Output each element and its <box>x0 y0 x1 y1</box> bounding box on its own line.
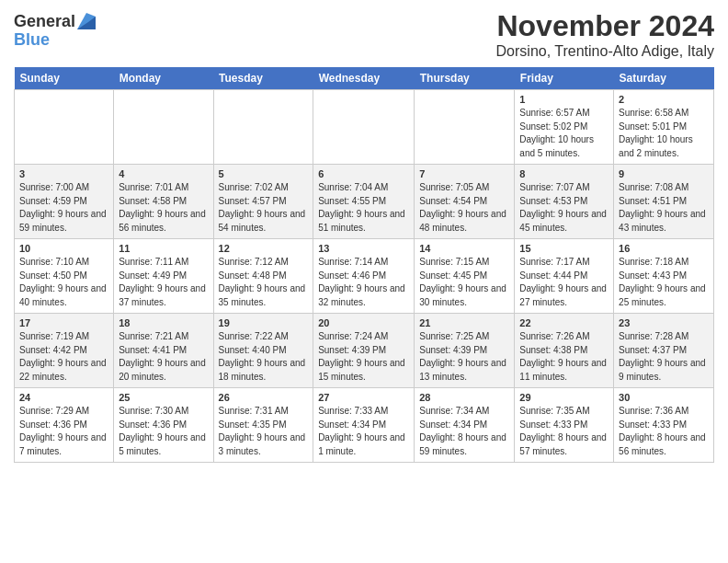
day-info: Sunrise: 7:25 AM Sunset: 4:39 PM Dayligh… <box>419 330 509 384</box>
day-info: Sunrise: 7:14 AM Sunset: 4:46 PM Dayligh… <box>318 256 409 309</box>
header-row: SundayMondayTuesdayWednesdayThursdayFrid… <box>15 67 714 90</box>
day-info: Sunrise: 7:04 AM Sunset: 4:55 PM Dayligh… <box>318 181 409 235</box>
day-number: 18 <box>119 317 208 328</box>
week-row-0: 1Sunrise: 6:57 AM Sunset: 5:02 PM Daylig… <box>15 90 714 165</box>
day-number: 23 <box>619 317 709 328</box>
day-cell <box>313 90 415 165</box>
day-cell: 2Sunrise: 6:58 AM Sunset: 5:01 PM Daylig… <box>614 90 714 165</box>
day-cell: 26Sunrise: 7:31 AM Sunset: 4:35 PM Dayli… <box>213 388 313 463</box>
location: Dorsino, Trentino-Alto Adige, Italy <box>496 43 714 60</box>
day-info: Sunrise: 7:28 AM Sunset: 4:37 PM Dayligh… <box>619 330 709 384</box>
day-cell <box>213 90 313 165</box>
calendar-table: SundayMondayTuesdayWednesdayThursdayFrid… <box>14 67 714 463</box>
day-cell: 14Sunrise: 7:15 AM Sunset: 4:45 PM Dayli… <box>415 239 515 314</box>
week-row-3: 17Sunrise: 7:19 AM Sunset: 4:42 PM Dayli… <box>15 314 714 388</box>
title-block: November 2024 Dorsino, Trentino-Alto Adi… <box>496 9 714 60</box>
day-number: 3 <box>19 168 108 179</box>
day-cell: 21Sunrise: 7:25 AM Sunset: 4:39 PM Dayli… <box>415 314 515 388</box>
day-cell: 19Sunrise: 7:22 AM Sunset: 4:40 PM Dayli… <box>213 314 313 388</box>
header-friday: Friday <box>515 67 614 90</box>
day-number: 25 <box>119 392 208 403</box>
day-info: Sunrise: 7:26 AM Sunset: 4:38 PM Dayligh… <box>519 330 609 384</box>
logo: General Blue <box>14 13 96 50</box>
day-cell: 16Sunrise: 7:18 AM Sunset: 4:43 PM Dayli… <box>614 239 714 314</box>
day-info: Sunrise: 7:33 AM Sunset: 4:34 PM Dayligh… <box>318 405 409 458</box>
day-number: 12 <box>219 243 309 254</box>
day-cell: 8Sunrise: 7:07 AM Sunset: 4:53 PM Daylig… <box>515 165 614 239</box>
day-cell: 1Sunrise: 6:57 AM Sunset: 5:02 PM Daylig… <box>515 90 614 165</box>
day-cell: 15Sunrise: 7:17 AM Sunset: 4:44 PM Dayli… <box>515 239 614 314</box>
day-cell <box>15 90 114 165</box>
logo-icon <box>77 13 96 29</box>
day-number: 11 <box>119 243 208 254</box>
day-cell: 13Sunrise: 7:14 AM Sunset: 4:46 PM Dayli… <box>313 239 415 314</box>
day-cell: 22Sunrise: 7:26 AM Sunset: 4:38 PM Dayli… <box>515 314 614 388</box>
day-cell: 12Sunrise: 7:12 AM Sunset: 4:48 PM Dayli… <box>213 239 313 314</box>
day-number: 2 <box>619 94 709 105</box>
day-info: Sunrise: 7:01 AM Sunset: 4:58 PM Dayligh… <box>119 181 208 235</box>
logo-blue-text: Blue <box>14 30 50 49</box>
day-info: Sunrise: 7:15 AM Sunset: 4:45 PM Dayligh… <box>419 256 509 309</box>
day-cell: 24Sunrise: 7:29 AM Sunset: 4:36 PM Dayli… <box>15 388 114 463</box>
day-info: Sunrise: 7:10 AM Sunset: 4:50 PM Dayligh… <box>19 256 108 309</box>
day-info: Sunrise: 7:24 AM Sunset: 4:39 PM Dayligh… <box>318 330 409 384</box>
header-wednesday: Wednesday <box>313 67 415 90</box>
day-info: Sunrise: 7:21 AM Sunset: 4:41 PM Dayligh… <box>119 330 208 384</box>
day-cell: 27Sunrise: 7:33 AM Sunset: 4:34 PM Dayli… <box>313 388 415 463</box>
day-number: 5 <box>219 168 309 179</box>
day-number: 1 <box>519 94 609 105</box>
header-tuesday: Tuesday <box>213 67 313 90</box>
day-number: 15 <box>519 243 609 254</box>
day-cell: 7Sunrise: 7:05 AM Sunset: 4:54 PM Daylig… <box>415 165 515 239</box>
week-row-1: 3Sunrise: 7:00 AM Sunset: 4:59 PM Daylig… <box>15 165 714 239</box>
day-number: 24 <box>19 392 108 403</box>
day-cell: 5Sunrise: 7:02 AM Sunset: 4:57 PM Daylig… <box>213 165 313 239</box>
day-cell: 9Sunrise: 7:08 AM Sunset: 4:51 PM Daylig… <box>614 165 714 239</box>
header: General Blue November 2024 Dorsino, Tren… <box>14 9 714 60</box>
day-info: Sunrise: 7:02 AM Sunset: 4:57 PM Dayligh… <box>219 181 309 235</box>
day-number: 16 <box>619 243 709 254</box>
week-row-2: 10Sunrise: 7:10 AM Sunset: 4:50 PM Dayli… <box>15 239 714 314</box>
day-number: 13 <box>318 243 409 254</box>
day-info: Sunrise: 7:07 AM Sunset: 4:53 PM Dayligh… <box>519 181 609 235</box>
day-info: Sunrise: 7:35 AM Sunset: 4:33 PM Dayligh… <box>519 405 609 458</box>
day-number: 27 <box>318 392 409 403</box>
day-cell: 20Sunrise: 7:24 AM Sunset: 4:39 PM Dayli… <box>313 314 415 388</box>
day-number: 19 <box>219 317 309 328</box>
day-info: Sunrise: 7:11 AM Sunset: 4:49 PM Dayligh… <box>119 256 208 309</box>
day-number: 21 <box>419 317 509 328</box>
day-cell: 10Sunrise: 7:10 AM Sunset: 4:50 PM Dayli… <box>15 239 114 314</box>
day-number: 10 <box>19 243 108 254</box>
day-cell: 23Sunrise: 7:28 AM Sunset: 4:37 PM Dayli… <box>614 314 714 388</box>
day-cell: 6Sunrise: 7:04 AM Sunset: 4:55 PM Daylig… <box>313 165 415 239</box>
day-info: Sunrise: 7:36 AM Sunset: 4:33 PM Dayligh… <box>619 405 709 458</box>
day-number: 8 <box>519 168 609 179</box>
header-thursday: Thursday <box>415 67 515 90</box>
day-cell: 3Sunrise: 7:00 AM Sunset: 4:59 PM Daylig… <box>15 165 114 239</box>
day-number: 29 <box>519 392 609 403</box>
day-cell <box>114 90 213 165</box>
day-number: 26 <box>219 392 309 403</box>
week-row-4: 24Sunrise: 7:29 AM Sunset: 4:36 PM Dayli… <box>15 388 714 463</box>
day-number: 14 <box>419 243 509 254</box>
day-number: 28 <box>419 392 509 403</box>
day-cell: 11Sunrise: 7:11 AM Sunset: 4:49 PM Dayli… <box>114 239 213 314</box>
header-saturday: Saturday <box>614 67 714 90</box>
day-info: Sunrise: 7:34 AM Sunset: 4:34 PM Dayligh… <box>419 405 509 458</box>
day-number: 9 <box>619 168 709 179</box>
day-info: Sunrise: 6:57 AM Sunset: 5:02 PM Dayligh… <box>519 107 609 160</box>
day-number: 7 <box>419 168 509 179</box>
day-cell: 29Sunrise: 7:35 AM Sunset: 4:33 PM Dayli… <box>515 388 614 463</box>
day-number: 17 <box>19 317 108 328</box>
day-info: Sunrise: 7:29 AM Sunset: 4:36 PM Dayligh… <box>19 405 108 458</box>
page: General Blue November 2024 Dorsino, Tren… <box>0 0 728 472</box>
day-cell: 30Sunrise: 7:36 AM Sunset: 4:33 PM Dayli… <box>614 388 714 463</box>
day-cell <box>415 90 515 165</box>
day-cell: 18Sunrise: 7:21 AM Sunset: 4:41 PM Dayli… <box>114 314 213 388</box>
day-number: 4 <box>119 168 208 179</box>
day-cell: 25Sunrise: 7:30 AM Sunset: 4:36 PM Dayli… <box>114 388 213 463</box>
month-title: November 2024 <box>496 9 714 43</box>
day-info: Sunrise: 7:19 AM Sunset: 4:42 PM Dayligh… <box>19 330 108 384</box>
day-cell: 4Sunrise: 7:01 AM Sunset: 4:58 PM Daylig… <box>114 165 213 239</box>
header-monday: Monday <box>114 67 213 90</box>
